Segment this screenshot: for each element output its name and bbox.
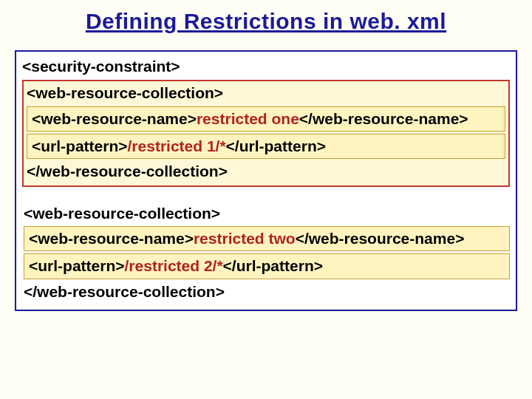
- page-title: Defining Restrictions in web. xml: [15, 9, 517, 34]
- wrc2-url-close-tag: </url-pattern>: [223, 257, 323, 274]
- wrc2-name-close-tag: </web-resource-name>: [296, 230, 465, 247]
- web-resource-collection-1: <web-resource-collection> <web-resource-…: [22, 80, 510, 186]
- wrc1-url-row: <url-pattern>/restricted 1/*</url-patter…: [27, 134, 505, 159]
- wrc1-name-value: restricted one: [197, 110, 299, 127]
- wrc1-name-close-tag: </web-resource-name>: [299, 110, 468, 127]
- wrc2-open: <web-resource-collection>: [24, 203, 510, 224]
- wrc1-url-close-tag: </url-pattern>: [226, 137, 326, 154]
- security-constraint-box: <security-constraint> <web-resource-coll…: [15, 50, 517, 311]
- wrc2-name-open-tag: <web-resource-name>: [29, 230, 194, 247]
- wrc2-url-row: <url-pattern>/restricted 2/*</url-patter…: [24, 253, 510, 279]
- wrc2-name-value: restricted two: [194, 230, 296, 247]
- wrc2-close: </web-resource-collection>: [24, 282, 510, 302]
- wrc1-url-value: /restricted 1/*: [128, 137, 226, 154]
- web-resource-collection-2: <web-resource-collection> <web-resource-…: [22, 203, 510, 302]
- wrc1-url-open-tag: <url-pattern>: [32, 137, 128, 154]
- wrc1-close: </web-resource-collection>: [27, 161, 505, 182]
- wrc1-open: <web-resource-collection>: [27, 83, 505, 103]
- wrc2-url-open-tag: <url-pattern>: [29, 257, 125, 274]
- wrc2-url-value: /restricted 2/*: [125, 257, 223, 274]
- wrc1-name-open-tag: <web-resource-name>: [32, 110, 197, 127]
- security-constraint-open: <security-constraint>: [22, 56, 510, 77]
- wrc1-name-row: <web-resource-name>restricted one</web-r…: [27, 106, 505, 132]
- spacer: [22, 191, 510, 203]
- wrc2-name-row: <web-resource-name>restricted two</web-r…: [24, 226, 510, 251]
